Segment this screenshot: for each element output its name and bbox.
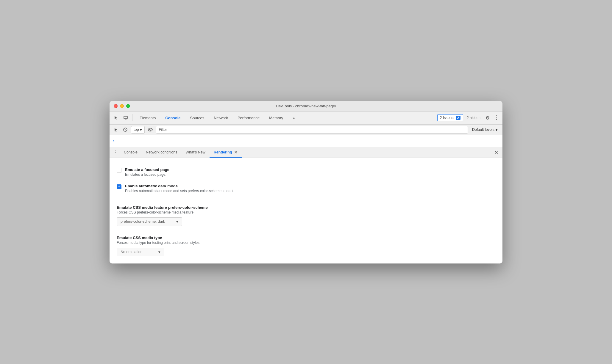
eye-icon[interactable]	[146, 126, 154, 134]
traffic-lights	[114, 104, 130, 108]
section-divider-1	[117, 199, 495, 199]
focused-page-content: Emulate a focused page Emulates a focuse…	[125, 167, 495, 177]
close-button[interactable]	[114, 104, 118, 108]
tab-console[interactable]: Console	[160, 112, 185, 124]
svg-rect-0	[124, 116, 127, 119]
svg-line-6	[124, 128, 127, 131]
device-icon[interactable]	[121, 114, 130, 122]
svg-rect-1	[125, 119, 127, 120]
issues-label: 2 Issues:	[440, 116, 454, 120]
issues-count-badge: 2	[456, 116, 460, 120]
render-item-dark-mode: Enable automatic dark mode Enables autom…	[117, 180, 495, 197]
media-type-desc: Forces media type for testing print and …	[117, 241, 495, 245]
media-type-value: No emulation	[121, 250, 143, 254]
focused-page-title: Emulate a focused page	[125, 167, 495, 172]
tab-memory[interactable]: Memory	[264, 112, 288, 124]
panel-close-icon[interactable]: ✕	[492, 148, 500, 156]
toolbar-right: 2 Issues: 2 2 hidden ⚙ ⋮	[437, 114, 500, 121]
prefers-color-scheme-value: prefers-color-scheme: dark	[121, 219, 165, 224]
focused-page-checkbox-wrapper	[117, 168, 121, 173]
prefers-color-scheme-select[interactable]: prefers-color-scheme: dark ▾	[117, 217, 182, 226]
tab-more[interactable]: »	[288, 112, 299, 124]
title-bar: DevTools - chrome://new-tab-page/	[110, 101, 502, 112]
default-levels-label: Default levels	[472, 128, 494, 132]
console-toolbar: top ▾ Default levels ▾	[110, 125, 502, 135]
focused-page-desc: Emulates a focused page.	[125, 172, 495, 177]
settings-icon[interactable]: ⚙	[484, 114, 491, 121]
cursor-icon[interactable]	[112, 114, 120, 122]
tab-performance[interactable]: Performance	[233, 112, 264, 124]
dark-mode-checkbox-wrapper	[117, 184, 121, 189]
media-type-section: Emulate CSS media type Forces media type…	[117, 232, 495, 258]
chevron-down-icon-3: ▾	[176, 219, 178, 224]
svg-rect-4	[115, 131, 117, 131]
chevron-down-icon: ▾	[140, 128, 142, 132]
tab-network[interactable]: Network	[209, 112, 233, 124]
tab-navigation: Elements Console Sources Network Perform…	[135, 112, 436, 124]
filter-input[interactable]	[156, 126, 468, 134]
prefers-color-scheme-desc: Forces CSS prefers-color-scheme media fe…	[117, 210, 495, 214]
focused-page-checkbox[interactable]	[117, 168, 121, 173]
render-item-focused-page: Emulate a focused page Emulates a focuse…	[117, 164, 495, 180]
prefers-color-scheme-section: Emulate CSS media feature prefers-color-…	[117, 202, 495, 227]
bottom-panel: ⋮ Console Network conditions What's New …	[110, 147, 502, 263]
dark-mode-title: Enable automatic dark mode	[125, 184, 495, 188]
media-type-title: Emulate CSS media type	[117, 236, 495, 240]
more-options-icon[interactable]: ⋮	[493, 114, 500, 121]
bottom-tab-whats-new[interactable]: What's New	[181, 147, 209, 158]
devtools-window: DevTools - chrome://new-tab-page/ Elemen…	[110, 101, 502, 263]
console-input-area: ›	[110, 135, 502, 147]
tab-sources[interactable]: Sources	[185, 112, 209, 124]
issues-button[interactable]: 2 Issues: 2	[437, 114, 463, 121]
prefers-color-scheme-title: Emulate CSS media feature prefers-color-…	[117, 205, 495, 210]
tab-elements[interactable]: Elements	[135, 112, 160, 124]
bottom-tab-console[interactable]: Console	[120, 147, 142, 158]
minimize-button[interactable]	[120, 104, 124, 108]
window-title: DevTools - chrome://new-tab-page/	[276, 104, 336, 108]
maximize-button[interactable]	[126, 104, 130, 108]
chevron-down-icon-4: ▾	[158, 250, 160, 254]
bottom-tab-menu-icon[interactable]: ⋮	[112, 148, 120, 156]
dark-mode-checkbox[interactable]	[117, 184, 121, 189]
bottom-tab-network-conditions[interactable]: Network conditions	[142, 147, 182, 158]
main-toolbar: Elements Console Sources Network Perform…	[110, 112, 502, 125]
rendering-panel-content: Emulate a focused page Emulates a focuse…	[110, 158, 502, 263]
svg-point-7	[148, 128, 152, 131]
rendering-tab-close-icon[interactable]: ✕	[234, 150, 238, 155]
svg-point-8	[150, 129, 151, 131]
context-selector[interactable]: top ▾	[131, 126, 145, 134]
clear-icon[interactable]	[121, 126, 129, 134]
default-levels-selector[interactable]: Default levels ▾	[470, 126, 500, 133]
execute-icon[interactable]	[112, 126, 120, 134]
hidden-badge: 2 hidden	[465, 116, 482, 120]
dark-mode-desc: Enables automatic dark mode and sets pre…	[125, 189, 495, 193]
dark-mode-content: Enable automatic dark mode Enables autom…	[125, 184, 495, 193]
chevron-down-icon-2: ▾	[496, 128, 498, 132]
bottom-tabs-bar: ⋮ Console Network conditions What's New …	[110, 147, 502, 158]
media-type-select[interactable]: No emulation ▾	[117, 248, 164, 256]
console-prompt-icon: ›	[113, 139, 115, 143]
bottom-tab-rendering[interactable]: Rendering ✕	[210, 147, 242, 158]
svg-marker-3	[115, 128, 117, 131]
toolbar-sep-1	[132, 114, 132, 121]
context-value: top	[134, 128, 139, 132]
